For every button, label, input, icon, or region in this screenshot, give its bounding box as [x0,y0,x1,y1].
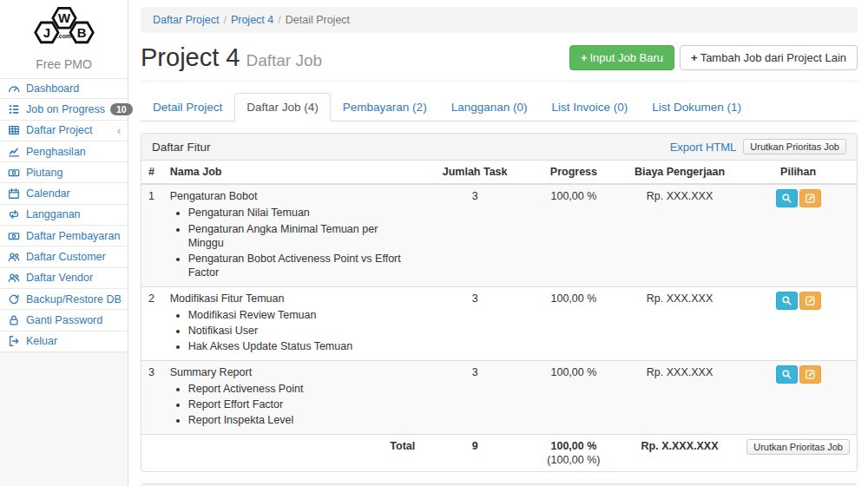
table-header-row: #Nama JobJumlah TaskProgressBiaya Penger… [141,161,857,184]
subtask-item: Report Inspekta Level [188,413,416,427]
logo-letter-b: B [76,26,86,40]
subtask-list: Pengaturan Nilai TemuanPengaturan Angka … [170,206,416,279]
export-html-link[interactable]: Export HTML [670,141,737,154]
users-icon [7,272,21,284]
tab-langganan-0[interactable]: Langganan (0) [439,93,540,122]
job-name: Pengaturan Bobot [170,189,416,203]
total-row: Total 9 100,00 % (100,00 %) Rp. X.XXX.XX… [141,434,857,471]
tab-list-dokumen-1[interactable]: List Dokumen (1) [640,93,753,122]
view-job-button[interactable] [776,365,798,384]
logo-letter-j: J [43,26,49,40]
sidebar-item-daftar-customer[interactable]: Daftar Customer [0,246,128,267]
subtask-list: Modifikasi Review TemuanNotifikasi UserH… [170,308,416,354]
sidebar-item-label: Daftar Vendor [26,272,93,284]
page-header: Project 4Daftar Job +Input Job Baru +Tam… [141,35,858,82]
dashboard-icon [8,82,20,95]
calendar-icon [7,187,21,200]
panel-daftar-fitur: Daftar Fitur Export HTML Urutkan Priorit… [141,133,858,472]
subtask-item: Modifikasi Review Temuan [188,308,416,322]
job-name-cell: Modifikasi Fitur Temuan Modifikasi Revie… [163,286,423,360]
urutkan-prioritas-job-button[interactable]: Urutkan Prioritas Job [746,439,850,455]
total-label: Total [141,434,422,471]
table-icon [7,124,21,136]
search-icon [781,295,792,306]
job-name-cell: Pengaturan Bobot Pengaturan Nilai Temuan… [163,184,423,286]
logo-letter-w: W [57,11,70,25]
sidebar-item-backup-restore-db[interactable]: Backup/Restore DB [0,289,128,310]
subtask-item: Notifikasi User [188,324,416,338]
money-icon [8,230,20,242]
table-row: 2 Modifikasi Fitur Temuan Modifikasi Rev… [141,286,857,360]
retweet-icon [8,208,20,220]
input-job-baru-button[interactable]: +Input Job Baru [569,45,674,70]
chevron-left-icon: ‹ [117,125,121,136]
sidebar-item-keluar[interactable]: Keluar [0,332,128,352]
urutkan-prioritas-job-button[interactable]: Urutkan Prioritas Job [743,139,846,154]
total-progress: 100,00 % (100,00 %) [528,434,620,471]
biaya-cell: Rp. XXX.XXX [620,360,740,434]
sidebar-item-calendar[interactable]: Calendar [0,183,128,204]
sidebar-item-daftar-project[interactable]: Daftar Project‹ [0,121,128,141]
breadcrumb-item[interactable]: Project 4 [231,14,273,26]
list-icon [7,103,21,115]
lock-icon [7,314,21,326]
refresh-icon [7,293,21,305]
sidebar-item-ganti-password[interactable]: Ganti Password [0,310,128,331]
column-header: Pilihan [740,161,857,184]
edit-job-button[interactable] [799,365,821,384]
subtask-item: Hak Akses Update Status Temuan [188,339,416,353]
tab-daftar-job-4[interactable]: Daftar Job (4) [234,93,331,122]
subtask-item: Report Effort Factor [188,397,416,411]
users-icon [8,251,20,263]
tambah-job-dari-project-lain-button[interactable]: +Tambah Job dari Project Lain [680,45,858,70]
sidebar-item-label: Langganan [26,208,81,220]
tab-detail-project[interactable]: Detail Project [141,93,234,122]
tab-list-invoice-0[interactable]: List Invoice (0) [539,93,640,122]
job-name: Summary Report [170,365,416,379]
sidebar-item-daftar-pembayaran[interactable]: Daftar Pembayaran [0,226,128,246]
total-tasks: 9 [422,434,528,471]
sidebar-item-dashboard[interactable]: Dashboard [0,78,128,99]
biaya-cell: Rp. XXX.XXX [620,184,740,286]
sidebar-item-label: Backup/Restore DB [26,293,122,305]
app-name: Free PMO [0,57,128,71]
row-number: 2 [141,286,163,360]
signout-icon [7,335,21,347]
edit-icon [805,369,816,380]
column-header: Biaya Pengerjaan [620,161,740,184]
jumlah-task-cell: 3 [422,184,528,286]
sidebar-item-label: Ganti Password [26,314,102,326]
main-content: Daftar Project/Project 4/Detail Project … [128,0,868,486]
breadcrumb-separator: / [278,14,280,26]
edit-job-button[interactable] [799,189,821,207]
job-table: #Nama JobJumlah TaskProgressBiaya Penger… [141,161,857,471]
view-job-button[interactable] [776,189,798,207]
breadcrumb-item[interactable]: Daftar Project [153,14,219,26]
sidebar-item-piutang[interactable]: Piutang [0,162,128,183]
retweet-icon [7,208,21,220]
sidebar-item-label: Keluar [26,335,57,347]
sidebar-item-job-on-progress[interactable]: Job on Progress10 [0,99,128,120]
list-icon [8,103,20,115]
panel-tools: Export HTML Urutkan Prioritas Job [670,139,846,154]
lock-icon [8,314,20,326]
money-icon [7,230,21,242]
signout-icon [8,335,20,347]
sidebar-item-langganan[interactable]: Langganan [0,205,128,226]
sidebar-item-daftar-vendor[interactable]: Daftar Vendor [0,268,128,289]
sidebar-item-label: Daftar Project [26,124,92,136]
total-cost: Rp. X.XXX.XXX [620,434,740,471]
edit-icon [805,193,816,204]
sidebar-item-label: Daftar Customer [26,251,106,263]
edit-job-button[interactable] [799,292,821,310]
jumlah-task-cell: 3 [422,286,528,360]
line-chart-icon [8,146,20,158]
view-job-button[interactable] [776,292,798,310]
page-subtitle: Daftar Job [246,51,322,69]
page-title: Project 4 [141,43,240,71]
tab-pembayaran-2[interactable]: Pembayaran (2) [331,93,439,122]
progress-cell: 100,00 % [528,286,620,360]
table-icon [8,124,20,136]
sidebar-item-penghasilan[interactable]: Penghasilan [0,141,128,162]
progress-cell: 100,00 % [528,184,620,286]
